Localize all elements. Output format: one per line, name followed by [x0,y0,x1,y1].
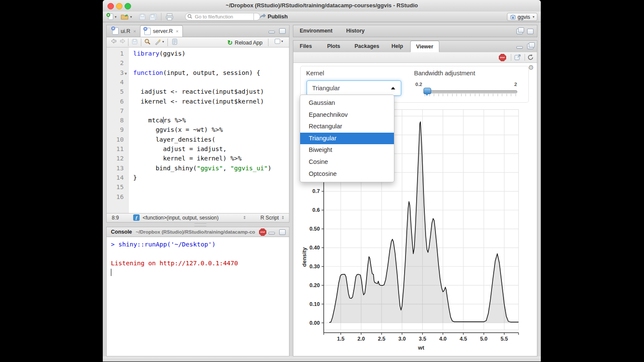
goto-file-input[interactable]: Go to file/function [185,13,260,21]
source-on-save-menu[interactable]: ▾ [274,39,283,44]
console-title[interactable]: Console [111,229,132,235]
new-file-button[interactable]: ▾ [106,12,116,21]
refresh-button[interactable] [527,54,534,62]
find-icon[interactable] [144,39,151,45]
tab-help[interactable]: Help [386,41,408,52]
kernel-option-gaussian[interactable]: Gaussian [300,97,394,109]
gear-icon[interactable]: ⚙ [528,64,534,71]
kernel-option-biweight[interactable]: Biweight [300,144,394,156]
file-type-label[interactable]: R Script [260,215,279,221]
open-in-new-window-button[interactable] [514,54,522,62]
r-file-icon [144,28,151,35]
toolbar-separator [161,13,161,21]
project-menu-button[interactable]: R ggvis ▾ [507,13,537,21]
forward-icon[interactable] [119,39,125,44]
kernel-option-epanechnikov[interactable]: Epanechnikov [300,109,394,121]
restore-pane-icon[interactable] [527,44,534,49]
stop-app-button[interactable]: STOP [499,54,506,61]
svg-text:density: density [301,247,307,267]
code-tools-icon[interactable]: ▾ [155,39,164,45]
save-icon [139,13,146,21]
chevron-up-icon [391,87,395,89]
code-line: 2 [107,58,289,68]
back-icon[interactable] [111,39,117,44]
code-editor[interactable]: 1library(ggvis)23▼function(input, output… [107,47,289,213]
bandwidth-label: Bandwidth adjustment [414,70,475,77]
new-file-icon [106,13,114,21]
minimize-pane-icon[interactable] [516,46,523,49]
toolbar-separator [253,13,254,21]
environment-pane: EnvironmentHistory [293,25,537,37]
svg-text:0.6: 0.6 [313,207,320,213]
code-line: 1library(ggvis) [107,49,289,58]
kernel-option-rectangular[interactable]: Rectangular [300,121,394,133]
slider-max-label: 2 [514,82,517,87]
tab-plots[interactable]: Plots [322,41,346,52]
save-icon[interactable] [131,39,138,45]
title-bar: ~/Dropbox (RStudio)/RStudio/training/dat… [103,0,541,12]
svg-text:R: R [512,16,514,19]
toolbar-separator [268,39,268,46]
compile-notebook-icon[interactable] [172,39,178,45]
kernel-selected-value: Triangular [312,85,340,92]
reload-icon: ↻ [227,39,233,47]
maximize-pane-icon[interactable] [279,229,286,235]
kernel-option-optcosine[interactable]: Optcosine [300,168,394,180]
svg-text:0.00: 0.00 [310,320,320,326]
tab-packages[interactable]: Packages [349,41,385,52]
code-line: 7 [107,106,289,116]
publish-button[interactable]: Publish [259,13,288,20]
svg-text:1.5: 1.5 [337,336,344,342]
code-line: 5 iadjust <- reactive(input$adjust) [107,87,289,96]
tab-environment[interactable]: Environment [294,25,338,37]
function-scope-label[interactable]: <function>(input, output, session) [143,215,218,221]
maximize-pane-icon[interactable] [279,28,286,34]
maximize-pane-icon[interactable] [527,29,534,34]
console-message-line: Listening on http://127.0.0.1:4470 [111,258,289,268]
tab-files[interactable]: Files [294,41,318,52]
reload-app-label: Reload App [235,40,262,46]
console-output[interactable]: > shiny::runApp('~/Desktop') Listening o… [107,237,289,356]
svg-text:5.5: 5.5 [501,336,508,342]
close-tab-icon[interactable]: × [133,29,136,34]
toolbar-separator [167,39,168,46]
pane-splitter-handle[interactable] [194,223,206,226]
console-header: Console ~/Dropbox (RStudio)/RStudio/trai… [107,227,289,237]
restore-pane-icon[interactable] [516,29,523,34]
svg-text:0.40: 0.40 [310,245,320,251]
chevron-down-icon: ▾ [281,39,283,43]
minimize-pane-icon[interactable] [268,232,275,234]
viewer-pane: FilesPlotsPackagesHelpViewer STOP ⚙ 1.52… [293,40,537,356]
source-pane: ui.R×server.R× ▾ [106,25,289,223]
save-all-button[interactable] [149,12,157,21]
code-line: 12 kernel = ikernel) %>% [107,154,289,163]
window-title: ~/Dropbox (RStudio)/RStudio/training/dat… [103,2,541,9]
print-button[interactable] [165,12,174,21]
editor-status-bar: 8:9 f <function>(input, output, session)… [107,213,289,222]
kernel-option-cosine[interactable]: Cosine [300,156,394,168]
editor-tab-server.R[interactable]: server.R× [140,25,183,37]
save-button[interactable] [139,12,146,21]
kernel-select[interactable]: Triangular [307,80,401,96]
svg-text:wt: wt [417,344,424,351]
code-line: 11 adjust = iadjust, [107,144,289,154]
open-file-button[interactable]: ▾ [121,12,132,21]
function-scope-icon: f [133,214,140,221]
tab-history[interactable]: History [340,25,370,37]
bandwidth-slider-track[interactable] [424,90,517,93]
bandwidth-slider-handle[interactable] [423,88,431,94]
minimize-pane-icon[interactable] [268,31,275,33]
kernel-option-triangular[interactable]: Triangular [300,133,394,145]
close-tab-icon[interactable]: × [176,29,179,34]
reload-app-button[interactable]: ↻ Reload App [227,39,262,47]
toolbar-separator [525,54,525,61]
project-name: ggvis [518,14,530,20]
editor-tab-ui.R[interactable]: ui.R× [108,25,140,37]
stop-button[interactable]: STOP [259,228,266,236]
kernel-dropdown-menu: GaussianEpanechnikovRectangularTriangula… [300,95,394,182]
console-blank-line [111,249,289,258]
fold-arrow-icon[interactable]: ▼ [125,69,127,78]
kernel-label: Kernel [306,70,324,77]
tab-viewer[interactable]: Viewer [410,41,439,52]
console-working-directory: ~/Dropbox (RStudio)/RStudio/training/dat… [136,229,264,234]
